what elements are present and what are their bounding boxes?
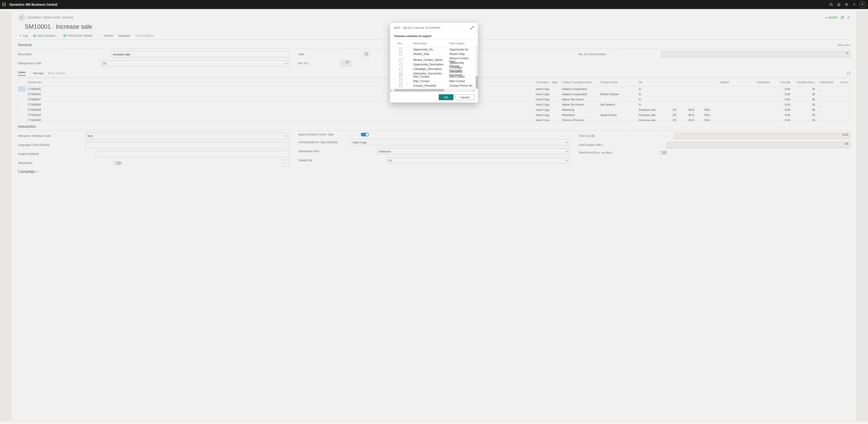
expand-dialog-icon[interactable] <box>470 26 474 30</box>
gear-icon[interactable] <box>843 0 850 9</box>
svg-rect-5 <box>5 4 6 5</box>
svg-rect-3 <box>2 4 3 5</box>
svg-line-10 <box>832 5 833 6</box>
svg-rect-8 <box>5 5 6 6</box>
include-checkbox[interactable] <box>399 80 402 83</box>
svg-rect-0 <box>2 3 3 3</box>
svg-point-9 <box>830 3 832 5</box>
help-icon[interactable]: ? <box>850 0 858 9</box>
avatar[interactable]: F <box>860 1 866 8</box>
field-row[interactable]: Contact_PhoneNoContact Phone No. <box>390 84 478 88</box>
field-row[interactable]: Mail_ContactMail Contact <box>390 79 478 84</box>
svg-rect-4 <box>4 4 4 5</box>
col-field-caption[interactable]: Field Caption <box>448 41 475 46</box>
field-row[interactable]: Dial_ContactDial Contact <box>390 74 478 79</box>
horizontal-scrollbar[interactable]: ◂▸ <box>390 89 475 92</box>
field-row[interactable]: Wizard_Contact_NameWizard Contact Nam <box>390 56 478 61</box>
notification-icon[interactable] <box>835 0 843 9</box>
include-checkbox[interactable] <box>399 84 402 87</box>
include-checkbox[interactable] <box>399 59 402 61</box>
search-icon[interactable] <box>827 0 835 9</box>
field-row[interactable]: Opportunity_NoOpportunity No. <box>390 47 478 52</box>
svg-rect-6 <box>2 5 3 6</box>
svg-point-12 <box>846 4 847 5</box>
avatar-initial: F <box>862 3 863 6</box>
include-checkbox[interactable] <box>399 48 402 51</box>
dialog-title: EDIT - SELECT FIELDS TO EXPORT <box>394 26 440 29</box>
app-launcher-icon[interactable] <box>2 3 9 6</box>
include-checkbox[interactable] <box>399 68 402 70</box>
svg-rect-2 <box>5 3 6 3</box>
col-field-name[interactable]: Field Name <box>412 41 448 46</box>
col-include[interactable]: Incl... <box>396 41 405 46</box>
app-title: Dynamics 365 Business Central <box>9 3 57 6</box>
field-row[interactable]: Wizard_StepWizard Step <box>390 52 478 56</box>
include-checkbox[interactable] <box>399 75 402 78</box>
include-checkbox[interactable] <box>399 63 402 66</box>
svg-rect-7 <box>4 5 4 6</box>
cancel-button[interactable]: Cancel <box>455 94 475 100</box>
ok-button[interactable]: OK <box>439 94 454 100</box>
top-bar: Dynamics 365 Business Central ? F <box>0 0 868 9</box>
include-checkbox[interactable] <box>399 53 402 55</box>
dialog-subtitle: Choose columns to export <box>390 32 478 39</box>
vertical-scrollbar[interactable] <box>475 46 478 89</box>
export-fields-dialog: EDIT - SELECT FIELDS TO EXPORT Choose co… <box>390 23 478 103</box>
svg-rect-1 <box>4 3 4 3</box>
fields-grid: Incl... Field Name Field Caption Opportu… <box>390 39 478 92</box>
